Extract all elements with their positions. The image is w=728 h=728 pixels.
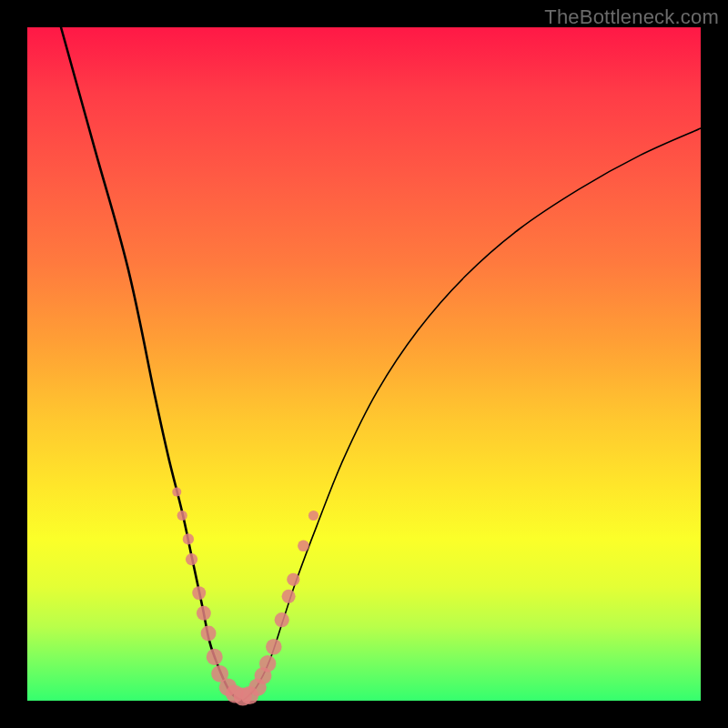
marker-point	[266, 639, 282, 655]
series-left-curve	[61, 27, 243, 701]
marker-point	[275, 612, 289, 627]
marker-point	[287, 573, 299, 586]
curve-right	[243, 128, 701, 701]
marker-point	[197, 606, 211, 621]
marker-point	[192, 586, 206, 600]
marker-point	[177, 511, 187, 521]
marker-point	[259, 655, 276, 672]
chart-frame: TheBottleneck.com	[0, 0, 728, 728]
marker-point	[282, 590, 296, 603]
chart-svg	[27, 27, 701, 701]
series-right-curve	[243, 128, 701, 701]
marker-point	[308, 511, 318, 521]
marker-point	[201, 626, 217, 642]
curve-markers	[172, 488, 318, 706]
curve-left	[61, 27, 243, 701]
marker-point	[186, 553, 197, 565]
watermark-text: TheBottleneck.com	[544, 5, 719, 29]
marker-point	[207, 649, 223, 665]
plot-area	[27, 27, 701, 701]
marker-point	[183, 533, 194, 544]
marker-point	[172, 488, 181, 497]
marker-point	[298, 540, 309, 551]
